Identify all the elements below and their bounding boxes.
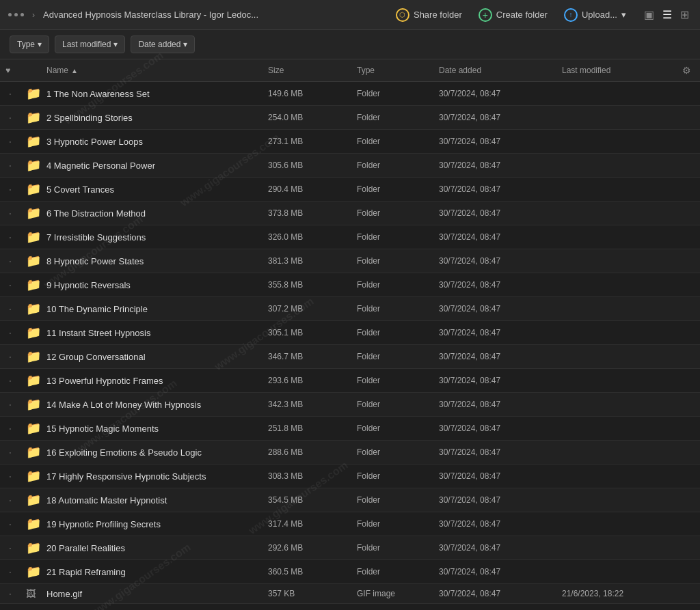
create-folder-button[interactable]: + Create folder [472, 4, 554, 26]
share-folder-button[interactable]: ⬡ Share folder [389, 4, 469, 26]
file-size: 305.1 MB [262, 328, 351, 337]
file-size: 357 KB [262, 589, 351, 598]
settings-icon[interactable]: ⚙ [673, 65, 700, 76]
file-type: Folder [351, 184, 433, 194]
last-modified-filter-button[interactable]: Last modified ▾ [55, 36, 125, 53]
row-bullet: • [0, 91, 21, 97]
row-bullet: • [0, 115, 21, 121]
last-modified-header[interactable]: Last modified [556, 66, 673, 75]
folder-icon: 📁 [21, 253, 41, 268]
table-row[interactable]: • 📁 1 The Non Awareness Set 149.6 MB Fol… [0, 82, 700, 106]
folder-icon: 📁 [21, 301, 41, 316]
folder-icon: 📁 [21, 134, 41, 149]
table-row[interactable]: • 🖼 Home.gif 357 KB GIF image 30/7/2024,… [0, 584, 700, 604]
file-date-added: 30/7/2024, 08:47 [433, 328, 556, 337]
breadcrumb-separator: › [32, 10, 35, 20]
file-type: Folder [351, 543, 433, 553]
type-filter-button[interactable]: Type ▾ [10, 36, 49, 53]
row-bullet: • [0, 569, 21, 575]
table-row[interactable]: • 📁 17 Highly Responsive Hypnotic Subjec… [0, 465, 700, 488]
file-date-added: 30/7/2024, 08:47 [433, 280, 556, 290]
table-row[interactable]: • 📁 16 Exploiting Emotions & Pseudo Logi… [0, 441, 700, 465]
folder-icon: 📁 [21, 397, 41, 412]
row-bullet: • [0, 258, 21, 264]
table-row[interactable]: • 📁 10 The Dynamic Principle 307.2 MB Fo… [0, 297, 700, 321]
table-row[interactable]: • 📁 9 Hypnotic Reversals 355.8 MB Folder… [0, 273, 700, 297]
file-type: Folder [351, 208, 433, 218]
file-date-added: 30/7/2024, 08:47 [433, 208, 556, 218]
date-added-header[interactable]: Date added [433, 66, 556, 75]
file-date-added: 30/7/2024, 08:47 [433, 519, 556, 529]
row-bullet: • [0, 402, 21, 408]
file-last-modified: 21/6/2023, 18:22 [556, 589, 673, 598]
file-date-added: 30/7/2024, 08:47 [433, 184, 556, 194]
file-size: 346.7 MB [262, 352, 351, 361]
table-row[interactable]: • 📁 14 Make A Lot of Money With Hypnosis… [0, 393, 700, 417]
row-bullet: • [0, 139, 21, 145]
folder-icon: 📁 [21, 182, 41, 197]
file-size: 149.6 MB [262, 89, 351, 98]
grid-small-icon[interactable]: ▣ [641, 5, 657, 24]
file-size: 373.8 MB [262, 208, 351, 218]
file-type: Folder [351, 113, 433, 122]
type-header[interactable]: Type [351, 66, 433, 75]
upload-icon: ↑ [564, 8, 578, 22]
table-row[interactable]: • 📁 2 Spellbinding Stories 254.0 MB Fold… [0, 106, 700, 130]
file-name: 17 Highly Responsive Hypnotic Subjects [41, 471, 235, 482]
list-view-icon[interactable]: ☰ [660, 5, 675, 24]
table-row[interactable]: • 📁 11 Instant Street Hypnosis 305.1 MB … [0, 321, 700, 345]
dot-1 [8, 13, 12, 16]
file-date-added: 30/7/2024, 08:47 [433, 304, 556, 314]
file-size: 251.8 MB [262, 424, 351, 433]
file-type: GIF image [351, 589, 433, 598]
file-size: 307.2 MB [262, 304, 351, 314]
file-type: Folder [351, 161, 433, 170]
file-date-added: 30/7/2024, 08:47 [433, 376, 556, 385]
file-date-added: 30/7/2024, 08:47 [433, 400, 556, 409]
table-row[interactable]: • 📁 12 Group Conversational 346.7 MB Fol… [0, 345, 700, 369]
row-bullet: • [0, 186, 21, 193]
table-row[interactable]: • 📁 5 Covert Trances 290.4 MB Folder 30/… [0, 178, 700, 202]
row-bullet: • [0, 591, 21, 597]
table-row[interactable]: • 📁 15 Hypnotic Magic Moments 251.8 MB F… [0, 417, 700, 441]
table-row[interactable]: • 📁 4 Magnetic Personal Power 305.6 MB F… [0, 154, 700, 178]
table-row[interactable]: • 📁 20 Parallel Realities 292.6 MB Folde… [0, 536, 700, 560]
date-added-filter-button[interactable]: Date added ▾ [131, 36, 195, 53]
table-row[interactable]: • 📁 7 Irresistible Suggestions 326.0 MB … [0, 225, 700, 249]
dot-3 [21, 13, 24, 16]
sort-arrow: ▲ [71, 67, 78, 74]
file-size: 355.8 MB [262, 280, 351, 290]
row-bullet: • [0, 426, 21, 432]
table-row[interactable]: • 📁 18 Automatic Master Hypnotist 354.5 … [0, 488, 700, 512]
file-date-added: 30/7/2024, 08:47 [433, 352, 556, 361]
file-type: Folder [351, 304, 433, 314]
folder-icon: 📁 [21, 230, 41, 245]
name-header[interactable]: Name ▲ [41, 66, 235, 75]
file-name: 6 The Distraction Method [41, 208, 235, 219]
file-size: 308.3 MB [262, 471, 351, 481]
top-actions: ⬡ Share folder + Create folder ↑ Upload.… [389, 4, 692, 26]
file-date-added: 30/7/2024, 08:47 [433, 232, 556, 242]
file-size: 305.6 MB [262, 161, 351, 170]
table-row[interactable]: • 📁 13 Powerful Hypnotic Frames 293.6 MB… [0, 369, 700, 393]
table-row[interactable]: • 📁 21 Rapid Reframing 360.5 MB Folder 3… [0, 560, 700, 584]
table-body: • 📁 1 The Non Awareness Set 149.6 MB Fol… [0, 82, 700, 604]
file-size: 342.3 MB [262, 400, 351, 409]
table-row[interactable]: • 📁 3 Hypnotic Power Loops 273.1 MB Fold… [0, 130, 700, 154]
grid-large-icon[interactable]: ⊞ [677, 5, 692, 24]
dot-2 [14, 13, 18, 16]
folder-icon: 📁 [21, 540, 41, 555]
table-row[interactable]: • 📁 6 The Distraction Method 373.8 MB Fo… [0, 202, 700, 225]
table-row[interactable]: • 📁 8 Hypnotic Power States 381.3 MB Fol… [0, 249, 700, 273]
row-bullet: • [0, 545, 21, 551]
file-size: 326.0 MB [262, 232, 351, 242]
size-header[interactable]: Size [262, 66, 351, 75]
file-type: Folder [351, 232, 433, 242]
folder-icon: 📁 [21, 277, 41, 292]
file-name: 16 Exploiting Emotions & Pseudo Logic [41, 447, 235, 458]
folder-icon: 📁 [21, 206, 41, 221]
file-type: Folder [351, 137, 433, 146]
table-row[interactable]: • 📁 19 Hypnotic Profiling Secrets 317.4 … [0, 512, 700, 536]
upload-button[interactable]: ↑ Upload... ▾ [557, 4, 633, 26]
folder-icon: 📁 [21, 373, 41, 388]
